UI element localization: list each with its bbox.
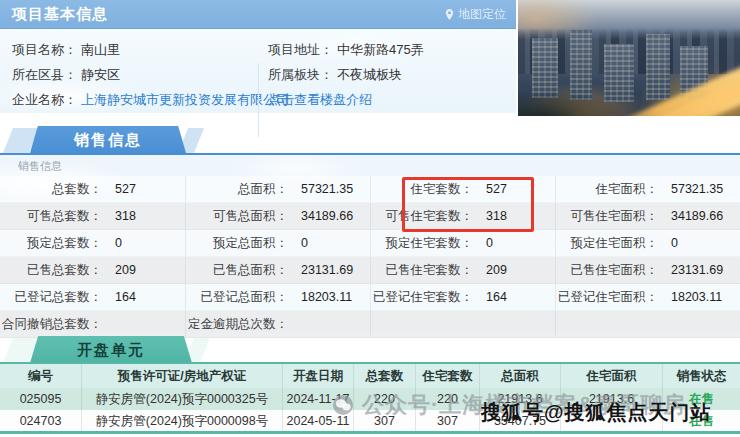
page: 项目基本信息 地图定位 项目名称：南山里 所在区县：静安区 企业名称：上海静安城…	[0, 0, 740, 437]
sales-cell-value: 23131.69	[671, 263, 723, 277]
sales-cell-label: 已售住宅套数：	[371, 262, 473, 279]
sales-cell-label: 合同撤销总套数：	[0, 316, 102, 333]
teal-bottom-line	[0, 431, 740, 434]
info-row-block: 所属板块：不夜城板块	[268, 62, 508, 87]
photo-trees	[518, 90, 628, 116]
sales-cell-label: 已售总面积：	[186, 262, 288, 279]
sales-cell-value: 527	[115, 182, 136, 196]
basic-info-panel: 项目名称：南山里 所在区县：静安区 企业名称：上海静安城市更新投资发展有限公司 …	[0, 29, 516, 113]
sales-cell-value: 18203.11	[301, 290, 352, 304]
sales-cell-label: 已售住宅面积：	[556, 262, 658, 279]
sales-cell-label: 总套数：	[0, 181, 102, 198]
tab-opening-label: 开盘单元	[77, 341, 145, 358]
sales-cell-label: 预定住宅面积：	[556, 235, 658, 252]
sales-cell-value: 164	[115, 290, 136, 304]
info-row-intro: 点击查看楼盘介绍	[268, 87, 508, 112]
page-title: 项目基本信息	[0, 5, 108, 24]
opening-header-cell: 开盘日期	[282, 364, 353, 388]
sales-cell-value: 34189.66	[671, 209, 723, 223]
opening-header-cell: 住宅面积	[560, 364, 662, 388]
info-label: 项目地址：	[268, 42, 333, 57]
info-value: 南山里	[81, 42, 120, 57]
header-bar: 项目基本信息 地图定位	[0, 0, 516, 29]
sales-cell-value: 0	[486, 236, 493, 250]
info-value: 不夜城板块	[337, 67, 402, 82]
sales-cell-label: 已售总套数：	[0, 262, 102, 279]
sales-cell-value: 209	[115, 263, 136, 277]
sales-cell-label: 已登记住宅面积：	[556, 289, 658, 306]
sales-cell-value: 57321.35	[301, 182, 353, 196]
sales-cell-label: 已登记总套数：	[0, 289, 102, 306]
sales-cell-value: 0	[671, 236, 678, 250]
opening-cell: 025095	[0, 388, 81, 410]
sales-cell-label: 已登记住宅套数：	[371, 289, 473, 306]
sales-cell-label: 预定总套数：	[0, 235, 102, 252]
sales-cell-value: 0	[115, 236, 122, 250]
opening-cell: 024703	[0, 410, 81, 432]
opening-cell: 静安房管(2024)预字0000098号	[81, 410, 282, 432]
tab-sales-label: 销售信息	[74, 131, 142, 148]
info-value: 静安区	[81, 67, 120, 82]
info-label: 所在区县：	[12, 67, 77, 82]
sales-row: 已售总套数：209 已售总面积：23131.69 已售住宅套数：209 已售住宅…	[0, 257, 740, 284]
sales-cell-value: 57321.35	[671, 182, 723, 196]
basic-info-right-column: 项目地址：中华新路475弄 所属板块：不夜城板块 点击查看楼盘介绍	[268, 37, 508, 112]
sales-row: 合同撤销总套数： 定金逾期总次数：	[0, 311, 740, 338]
sales-cell-value: 0	[301, 236, 308, 250]
sales-cell-label: 预定总面积：	[186, 235, 288, 252]
sales-cell-value: 318	[115, 209, 136, 223]
map-pin-icon	[444, 8, 455, 21]
project-photo	[518, 0, 740, 116]
sales-cell-label: 已登记总面积：	[186, 289, 288, 306]
sales-row: 已登记总套数：164 已登记总面积：18203.11 已登记住宅套数：164 已…	[0, 284, 740, 311]
photo-tower	[532, 38, 558, 98]
info-label: 项目名称：	[12, 42, 77, 57]
info-value: 中华新路475弄	[337, 42, 424, 57]
sales-cell-label: 住宅面积：	[556, 181, 658, 198]
info-row-company: 企业名称：上海静安城市更新投资发展有限公司	[12, 87, 252, 112]
sales-cell-label: 可售总面积：	[186, 208, 288, 225]
sales-cell-value: 164	[486, 290, 507, 304]
sales-table: 总套数：527 总面积：57321.35 住宅套数：527 住宅面积：57321…	[0, 176, 740, 338]
opening-header-cell: 编号	[0, 364, 81, 388]
tab-opening-units[interactable]: 开盘单元	[30, 336, 192, 363]
sales-cell-label: 预定住宅套数：	[371, 235, 473, 252]
sales-cell-label: 可售住宅面积：	[556, 208, 658, 225]
sales-row: 总套数：527 总面积：57321.35 住宅套数：527 住宅面积：57321…	[0, 176, 740, 203]
opening-header-cell: 预售许可证/房地产权证	[81, 364, 282, 388]
sales-cell-value: 34189.66	[301, 209, 353, 223]
info-label: 所属板块：	[268, 67, 333, 82]
watermark-sohu: 搜狐号@搜狐焦点天门站	[481, 399, 712, 426]
opening-header-cell: 总面积	[479, 364, 560, 388]
column-divider	[258, 63, 259, 137]
photo-tower	[646, 34, 670, 100]
sales-cell-label: 定金逾期总次数：	[186, 316, 288, 333]
sales-cell-value: 23131.69	[301, 263, 353, 277]
sales-cell-label: 总面积：	[186, 181, 288, 198]
sales-row: 可售总套数：318 可售总面积：34189.66 可售住宅套数：318 可售住宅…	[0, 203, 740, 230]
basic-info-left-column: 项目名称：南山里 所在区县：静安区 企业名称：上海静安城市更新投资发展有限公司	[12, 37, 252, 112]
highlight-box	[402, 177, 534, 232]
sales-cell-value: 209	[486, 263, 507, 277]
sales-cell-value: 18203.11	[671, 290, 722, 304]
map-link[interactable]: 地图定位	[444, 0, 506, 28]
info-row-district: 所在区县：静安区	[12, 62, 252, 87]
sales-subheader: 销售信息	[18, 159, 62, 174]
sales-row: 预定总套数：0 预定总面积：0 预定住宅套数：0 预定住宅面积：0	[0, 230, 740, 257]
opening-header-cell: 总套数	[353, 364, 415, 388]
wechat-icon	[332, 394, 356, 416]
tab-sales-info[interactable]: 销售信息	[30, 126, 186, 153]
opening-header-cell: 销售状态	[662, 364, 740, 388]
opening-header-row: 编号 预售许可证/房地产权证 开盘日期 总套数 住宅套数 总面积 住宅面积 销售…	[0, 364, 740, 388]
sales-cell-label: 可售总套数：	[0, 208, 102, 225]
opening-cell: 静安房管(2024)预字0000325号	[81, 388, 282, 410]
info-label: 企业名称：	[12, 92, 77, 107]
intro-link[interactable]: 点击查看楼盘介绍	[268, 92, 372, 107]
info-row-address: 项目地址：中华新路475弄	[268, 37, 508, 62]
opening-header-cell: 住宅套数	[415, 364, 479, 388]
info-row-project-name: 项目名称：南山里	[12, 37, 252, 62]
blue-divider-line	[0, 153, 740, 155]
